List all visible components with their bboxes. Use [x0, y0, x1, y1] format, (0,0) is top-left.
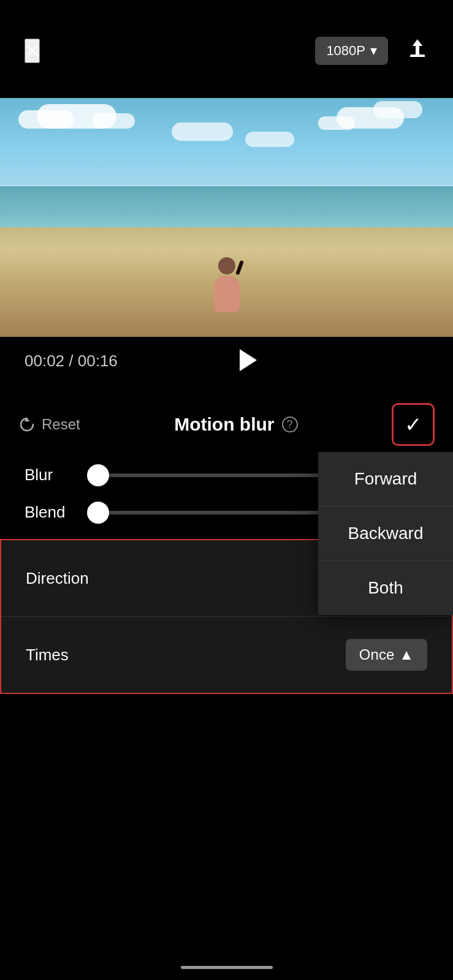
upload-button[interactable] [406, 37, 428, 64]
confirm-button[interactable]: ✓ [392, 403, 435, 446]
blur-label: Blur [25, 466, 86, 484]
video-preview [0, 98, 453, 337]
svg-marker-1 [413, 39, 422, 46]
play-button[interactable] [240, 349, 257, 373]
help-button[interactable]: ? [282, 417, 298, 432]
dropdown-backward-label: Backward [348, 524, 424, 543]
times-setting-row: Times Once ▲ [1, 617, 452, 693]
title-area: Motion blur ? [174, 414, 297, 435]
top-right-controls: 1080P ▾ [315, 37, 428, 65]
times-label: Times [26, 646, 69, 665]
time-separator: / [69, 352, 77, 370]
chevron-down-icon: ▾ [370, 43, 377, 59]
dropdown-both-label: Both [368, 578, 403, 597]
panel-title: Motion blur [174, 414, 274, 435]
blend-label: Blend [25, 503, 86, 522]
cloud [373, 101, 422, 118]
dropdown-forward-label: Forward [354, 469, 417, 488]
horizon-line [0, 185, 453, 186]
checkmark-icon: ✓ [405, 412, 422, 437]
resolution-button[interactable]: 1080P ▾ [315, 37, 388, 65]
svg-rect-3 [410, 55, 425, 57]
help-icon: ? [286, 418, 292, 431]
cloud [245, 132, 294, 147]
top-bar: × 1080P ▾ [0, 0, 453, 83]
blur-slider-thumb[interactable] [87, 464, 109, 486]
direction-dropdown: Forward Backward Both [318, 452, 453, 615]
times-value-button[interactable]: Once ▲ [346, 639, 427, 671]
current-time: 00:02 [25, 352, 64, 370]
total-time: 00:16 [78, 352, 118, 370]
reset-button[interactable]: Reset [18, 416, 80, 433]
cloud [318, 116, 355, 130]
dropdown-backward-item[interactable]: Backward [318, 507, 453, 561]
home-indicator [181, 966, 273, 969]
playback-controls: 00:02 / 00:16 [25, 349, 428, 373]
motion-blur-toolbar: Reset Motion blur ? ✓ [0, 392, 453, 458]
dropdown-both-item[interactable]: Both [318, 561, 453, 615]
cloud [92, 113, 135, 129]
close-button[interactable]: × [25, 39, 40, 63]
time-display: 00:02 / 00:16 [25, 352, 118, 371]
person-silhouette [214, 257, 240, 312]
reset-icon [18, 416, 36, 433]
svg-rect-2 [416, 45, 419, 55]
times-chevron-icon: ▲ [399, 646, 414, 663]
resolution-label: 1080P [326, 43, 365, 59]
blend-slider-thumb[interactable] [87, 502, 109, 524]
reset-label: Reset [42, 416, 80, 433]
times-value: Once [359, 646, 394, 663]
upload-icon [406, 37, 428, 59]
sky-layer [0, 98, 453, 194]
cloud [172, 123, 233, 141]
direction-label: Direction [26, 569, 89, 588]
dropdown-forward-item[interactable]: Forward [318, 452, 453, 507]
play-icon [240, 349, 257, 371]
